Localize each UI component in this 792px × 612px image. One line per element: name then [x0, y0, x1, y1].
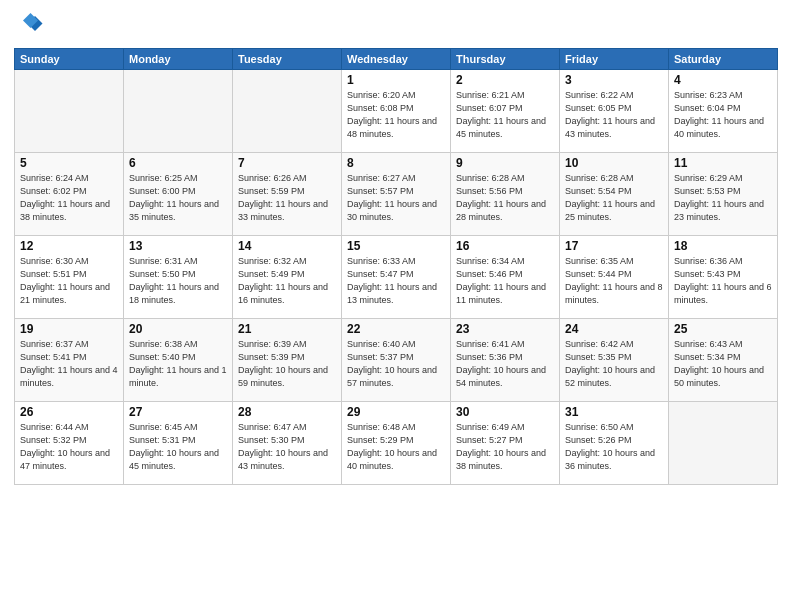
calendar-cell [124, 70, 233, 153]
calendar-week-row: 19Sunrise: 6:37 AM Sunset: 5:41 PM Dayli… [15, 319, 778, 402]
day-number: 20 [129, 322, 227, 336]
day-number: 8 [347, 156, 445, 170]
day-info: Sunrise: 6:45 AM Sunset: 5:31 PM Dayligh… [129, 421, 227, 473]
calendar-cell: 8Sunrise: 6:27 AM Sunset: 5:57 PM Daylig… [342, 153, 451, 236]
day-number: 26 [20, 405, 118, 419]
day-of-week-header: Friday [560, 49, 669, 70]
calendar-cell: 20Sunrise: 6:38 AM Sunset: 5:40 PM Dayli… [124, 319, 233, 402]
calendar-cell: 22Sunrise: 6:40 AM Sunset: 5:37 PM Dayli… [342, 319, 451, 402]
logo [14, 10, 48, 40]
page: SundayMondayTuesdayWednesdayThursdayFrid… [0, 0, 792, 612]
day-number: 5 [20, 156, 118, 170]
day-of-week-header: Tuesday [233, 49, 342, 70]
calendar-cell: 15Sunrise: 6:33 AM Sunset: 5:47 PM Dayli… [342, 236, 451, 319]
calendar-cell: 17Sunrise: 6:35 AM Sunset: 5:44 PM Dayli… [560, 236, 669, 319]
calendar-cell: 4Sunrise: 6:23 AM Sunset: 6:04 PM Daylig… [669, 70, 778, 153]
calendar-week-row: 26Sunrise: 6:44 AM Sunset: 5:32 PM Dayli… [15, 402, 778, 485]
header [14, 10, 778, 40]
day-info: Sunrise: 6:35 AM Sunset: 5:44 PM Dayligh… [565, 255, 663, 307]
day-info: Sunrise: 6:36 AM Sunset: 5:43 PM Dayligh… [674, 255, 772, 307]
day-number: 19 [20, 322, 118, 336]
day-number: 22 [347, 322, 445, 336]
calendar-cell: 10Sunrise: 6:28 AM Sunset: 5:54 PM Dayli… [560, 153, 669, 236]
day-number: 29 [347, 405, 445, 419]
calendar-cell: 11Sunrise: 6:29 AM Sunset: 5:53 PM Dayli… [669, 153, 778, 236]
day-of-week-header: Saturday [669, 49, 778, 70]
day-info: Sunrise: 6:26 AM Sunset: 5:59 PM Dayligh… [238, 172, 336, 224]
day-info: Sunrise: 6:30 AM Sunset: 5:51 PM Dayligh… [20, 255, 118, 307]
calendar-cell: 2Sunrise: 6:21 AM Sunset: 6:07 PM Daylig… [451, 70, 560, 153]
day-info: Sunrise: 6:50 AM Sunset: 5:26 PM Dayligh… [565, 421, 663, 473]
day-info: Sunrise: 6:24 AM Sunset: 6:02 PM Dayligh… [20, 172, 118, 224]
calendar-week-row: 1Sunrise: 6:20 AM Sunset: 6:08 PM Daylig… [15, 70, 778, 153]
day-number: 17 [565, 239, 663, 253]
day-number: 11 [674, 156, 772, 170]
calendar-cell: 18Sunrise: 6:36 AM Sunset: 5:43 PM Dayli… [669, 236, 778, 319]
day-info: Sunrise: 6:49 AM Sunset: 5:27 PM Dayligh… [456, 421, 554, 473]
calendar-cell: 14Sunrise: 6:32 AM Sunset: 5:49 PM Dayli… [233, 236, 342, 319]
calendar-cell: 19Sunrise: 6:37 AM Sunset: 5:41 PM Dayli… [15, 319, 124, 402]
day-info: Sunrise: 6:22 AM Sunset: 6:05 PM Dayligh… [565, 89, 663, 141]
day-number: 9 [456, 156, 554, 170]
calendar-cell: 27Sunrise: 6:45 AM Sunset: 5:31 PM Dayli… [124, 402, 233, 485]
calendar-cell: 13Sunrise: 6:31 AM Sunset: 5:50 PM Dayli… [124, 236, 233, 319]
day-of-week-header: Thursday [451, 49, 560, 70]
day-info: Sunrise: 6:40 AM Sunset: 5:37 PM Dayligh… [347, 338, 445, 390]
day-info: Sunrise: 6:44 AM Sunset: 5:32 PM Dayligh… [20, 421, 118, 473]
day-number: 1 [347, 73, 445, 87]
calendar-cell: 7Sunrise: 6:26 AM Sunset: 5:59 PM Daylig… [233, 153, 342, 236]
calendar-cell: 29Sunrise: 6:48 AM Sunset: 5:29 PM Dayli… [342, 402, 451, 485]
day-info: Sunrise: 6:48 AM Sunset: 5:29 PM Dayligh… [347, 421, 445, 473]
day-number: 27 [129, 405, 227, 419]
day-info: Sunrise: 6:32 AM Sunset: 5:49 PM Dayligh… [238, 255, 336, 307]
calendar-week-row: 5Sunrise: 6:24 AM Sunset: 6:02 PM Daylig… [15, 153, 778, 236]
calendar-cell: 26Sunrise: 6:44 AM Sunset: 5:32 PM Dayli… [15, 402, 124, 485]
calendar-cell: 5Sunrise: 6:24 AM Sunset: 6:02 PM Daylig… [15, 153, 124, 236]
day-number: 25 [674, 322, 772, 336]
day-info: Sunrise: 6:27 AM Sunset: 5:57 PM Dayligh… [347, 172, 445, 224]
calendar-cell: 3Sunrise: 6:22 AM Sunset: 6:05 PM Daylig… [560, 70, 669, 153]
day-info: Sunrise: 6:42 AM Sunset: 5:35 PM Dayligh… [565, 338, 663, 390]
day-number: 21 [238, 322, 336, 336]
day-number: 10 [565, 156, 663, 170]
calendar-cell: 9Sunrise: 6:28 AM Sunset: 5:56 PM Daylig… [451, 153, 560, 236]
calendar-header-row: SundayMondayTuesdayWednesdayThursdayFrid… [15, 49, 778, 70]
day-info: Sunrise: 6:43 AM Sunset: 5:34 PM Dayligh… [674, 338, 772, 390]
day-info: Sunrise: 6:28 AM Sunset: 5:54 PM Dayligh… [565, 172, 663, 224]
day-number: 24 [565, 322, 663, 336]
calendar-cell [233, 70, 342, 153]
day-number: 15 [347, 239, 445, 253]
day-info: Sunrise: 6:39 AM Sunset: 5:39 PM Dayligh… [238, 338, 336, 390]
calendar-cell: 12Sunrise: 6:30 AM Sunset: 5:51 PM Dayli… [15, 236, 124, 319]
day-info: Sunrise: 6:37 AM Sunset: 5:41 PM Dayligh… [20, 338, 118, 390]
calendar-cell [15, 70, 124, 153]
day-number: 16 [456, 239, 554, 253]
day-number: 31 [565, 405, 663, 419]
day-info: Sunrise: 6:41 AM Sunset: 5:36 PM Dayligh… [456, 338, 554, 390]
day-info: Sunrise: 6:25 AM Sunset: 6:00 PM Dayligh… [129, 172, 227, 224]
day-number: 30 [456, 405, 554, 419]
day-of-week-header: Sunday [15, 49, 124, 70]
calendar-cell: 30Sunrise: 6:49 AM Sunset: 5:27 PM Dayli… [451, 402, 560, 485]
day-number: 14 [238, 239, 336, 253]
day-number: 12 [20, 239, 118, 253]
calendar-cell: 21Sunrise: 6:39 AM Sunset: 5:39 PM Dayli… [233, 319, 342, 402]
calendar-cell: 16Sunrise: 6:34 AM Sunset: 5:46 PM Dayli… [451, 236, 560, 319]
day-of-week-header: Wednesday [342, 49, 451, 70]
logo-icon [14, 10, 44, 40]
day-info: Sunrise: 6:38 AM Sunset: 5:40 PM Dayligh… [129, 338, 227, 390]
day-number: 7 [238, 156, 336, 170]
day-number: 28 [238, 405, 336, 419]
day-info: Sunrise: 6:21 AM Sunset: 6:07 PM Dayligh… [456, 89, 554, 141]
day-info: Sunrise: 6:34 AM Sunset: 5:46 PM Dayligh… [456, 255, 554, 307]
calendar-cell: 23Sunrise: 6:41 AM Sunset: 5:36 PM Dayli… [451, 319, 560, 402]
day-of-week-header: Monday [124, 49, 233, 70]
calendar-cell: 25Sunrise: 6:43 AM Sunset: 5:34 PM Dayli… [669, 319, 778, 402]
calendar-cell: 6Sunrise: 6:25 AM Sunset: 6:00 PM Daylig… [124, 153, 233, 236]
calendar-cell: 28Sunrise: 6:47 AM Sunset: 5:30 PM Dayli… [233, 402, 342, 485]
day-number: 3 [565, 73, 663, 87]
day-number: 6 [129, 156, 227, 170]
day-number: 2 [456, 73, 554, 87]
day-info: Sunrise: 6:31 AM Sunset: 5:50 PM Dayligh… [129, 255, 227, 307]
day-info: Sunrise: 6:20 AM Sunset: 6:08 PM Dayligh… [347, 89, 445, 141]
